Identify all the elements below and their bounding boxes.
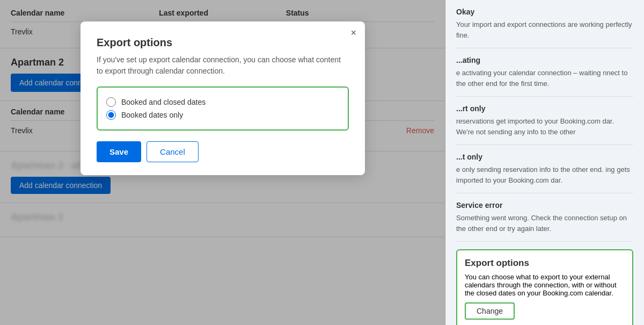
sidebar-okay-title: Okay — [456, 8, 633, 16]
sidebar-exportonly-desc: e only sending reservation info to the o… — [456, 164, 633, 185]
sidebar-status-import-only: ...rt only reservations get imported to … — [456, 97, 633, 145]
export-options-sidebar-desc: You can choose what to export to your ex… — [465, 273, 625, 297]
sidebar-status-activating: ...ating e activating your calendar conn… — [456, 48, 633, 97]
radio-booked-closed-label: Booked and closed dates — [121, 98, 206, 106]
radio-group: Booked and closed dates Booked dates onl… — [97, 86, 349, 131]
sidebar-activating-desc: e activating your calendar connection – … — [456, 68, 633, 89]
modal-save-button[interactable]: Save — [97, 141, 141, 162]
sidebar-importonly-desc: reservations get imported to your Bookin… — [456, 116, 633, 137]
modal-actions: Save Cancel — [97, 141, 349, 162]
modal-cancel-button[interactable]: Cancel — [147, 141, 199, 162]
radio-booked-only-input[interactable] — [106, 110, 116, 120]
sidebar-serviceerror-title: Service error — [456, 201, 633, 210]
sidebar-okay-desc: Your import and export connections are w… — [456, 19, 633, 40]
sidebar-status-service-error: Service error Something went wrong. Chec… — [456, 193, 633, 242]
sidebar-status-okay: Okay Your import and export connections … — [456, 0, 633, 48]
radio-booked-closed-input[interactable] — [106, 97, 116, 107]
export-options-modal: × Export options If you've set up export… — [80, 21, 365, 175]
sidebar-status-export-only: ...t only e only sending reservation inf… — [456, 145, 633, 193]
sidebar-importonly-title: ...rt only — [456, 104, 633, 113]
radio-booked-only-label: Booked dates only — [121, 111, 183, 119]
radio-option-booked-closed[interactable]: Booked and closed dates — [106, 97, 339, 107]
right-sidebar: Okay Your import and export connections … — [445, 0, 644, 325]
radio-option-booked-only[interactable]: Booked dates only — [106, 110, 339, 120]
modal-description: If you've set up export calendar connect… — [97, 54, 349, 77]
modal-close-button[interactable]: × — [350, 28, 356, 38]
sidebar-activating-title: ...ating — [456, 56, 633, 64]
modal-overlay: × Export options If you've set up export… — [0, 0, 445, 325]
modal-title: Export options — [97, 37, 349, 49]
sidebar-exportonly-title: ...t only — [456, 153, 633, 161]
export-options-sidebar-title: Export options — [465, 258, 625, 269]
change-button[interactable]: Change — [465, 302, 515, 320]
sidebar-serviceerror-desc: Something went wrong. Check the connecti… — [456, 213, 633, 234]
export-options-sidebar-box: Export options You can choose what to ex… — [456, 249, 633, 325]
